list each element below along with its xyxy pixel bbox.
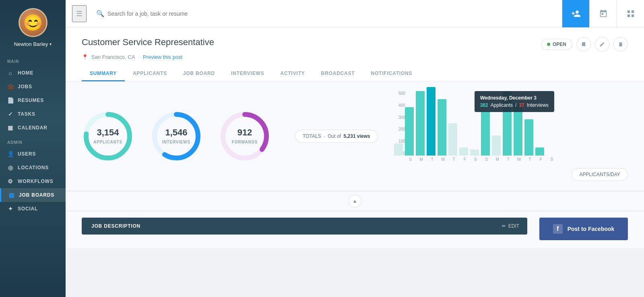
applicants-donut-wrap: 3,154 APPLICANTS <box>82 110 134 162</box>
tab-summary[interactable]: SUMMARY <box>82 66 125 81</box>
chart-bar[interactable] <box>492 135 501 156</box>
x-axis-label: S <box>471 157 480 162</box>
job-title: Customer Service Representative <box>82 37 214 48</box>
chart-bar[interactable] <box>416 91 425 156</box>
edit-description-button[interactable]: ✏ EDIT <box>494 218 527 235</box>
collapse-button[interactable]: ▲ <box>349 195 361 208</box>
x-axis-label: T <box>428 157 437 162</box>
status-badge[interactable]: OPEN <box>541 39 572 50</box>
resumes-icon: 📄 <box>7 97 14 104</box>
grid-icon <box>626 9 635 18</box>
tab-applicants[interactable]: APPLICANTS <box>125 66 175 81</box>
tooltip-interviews: 37 <box>519 102 524 108</box>
sidebar-item-home[interactable]: ⌂ HOME <box>0 66 66 80</box>
forwards-count: 912 <box>232 127 258 138</box>
home-icon: ⌂ <box>7 70 14 76</box>
sidebar: Newton Barley ▾ Main ⌂ HOME 💼 JOBS 📄 RES… <box>0 0 66 297</box>
tab-notifications[interactable]: NOTIFICATIONS <box>363 66 420 81</box>
user-name[interactable]: Newton Barley ▾ <box>14 41 52 47</box>
chart-bar[interactable] <box>405 107 414 156</box>
x-axis-label: T <box>526 157 535 162</box>
sidebar-item-label: CALENDAR <box>18 125 47 131</box>
pencil-edit-icon: ✏ <box>502 223 506 229</box>
sidebar-item-workflows[interactable]: ⚙ WORKFLOWS <box>0 174 66 188</box>
users-icon: 👤 <box>7 151 14 157</box>
chart-bar[interactable] <box>470 150 479 156</box>
delete-button[interactable] <box>613 37 628 52</box>
chart-bar[interactable] <box>524 119 533 156</box>
post-to-facebook-button[interactable]: f Post to Facebook <box>539 218 628 240</box>
chart-bar[interactable] <box>448 123 457 156</box>
sidebar-item-job-boards[interactable]: ▤ JOB BOARDS <box>0 188 66 202</box>
chart-bar[interactable] <box>427 87 436 156</box>
calendar-icon: ▦ <box>7 125 14 131</box>
menu-button[interactable]: ☰ <box>72 5 87 22</box>
tooltip-interviews-label: Interviews <box>527 102 549 108</box>
job-description-tab[interactable]: JOB DESCRIPTION <box>82 218 150 235</box>
sidebar-item-users[interactable]: 👤 USERS <box>0 147 66 161</box>
x-axis-label: M <box>493 157 502 162</box>
tab-interviews[interactable]: INTERVIEWS <box>223 66 272 81</box>
avatar[interactable] <box>19 8 47 37</box>
sidebar-item-locations[interactable]: ◎ LOCATIONS <box>0 161 66 174</box>
x-axis-label: S <box>547 157 556 162</box>
tooltip-date: Wednesday, December 3 <box>480 95 549 101</box>
sidebar-item-tasks[interactable]: ✓ TASKS <box>0 107 66 121</box>
collapse-section: ▲ <box>66 191 644 211</box>
sidebar-item-label: SOCIAL <box>18 206 38 212</box>
admin-section-label: Admin <box>0 135 66 147</box>
x-axis-label: S <box>482 157 491 162</box>
search-bar: 🔍 <box>90 10 562 17</box>
interviews-center: 1,546 INTERVIEWS <box>162 127 190 145</box>
x-axis-label: F <box>537 157 545 162</box>
add-person-icon <box>571 9 581 19</box>
facebook-icon: f <box>553 224 563 234</box>
edit-button[interactable] <box>595 37 609 52</box>
tab-activity[interactable]: ACTIVITY <box>272 66 313 81</box>
chart-bar[interactable] <box>438 99 446 156</box>
sidebar-item-calendar[interactable]: ▦ CALENDAR <box>0 121 66 135</box>
sidebar-item-resumes[interactable]: 📄 RESUMES <box>0 93 66 107</box>
applicants-label: APPLICANTS <box>93 140 122 144</box>
forwards-label: FORWARDS <box>232 140 258 144</box>
meta-separator: · <box>138 54 140 60</box>
x-axis-label: W <box>439 157 448 162</box>
add-person-button[interactable] <box>562 0 589 27</box>
x-axis-label: S <box>406 157 415 162</box>
chart-bar[interactable] <box>394 143 403 156</box>
tooltip-applicants: 382 <box>480 102 488 108</box>
sidebar-item-jobs[interactable]: 💼 JOBS <box>0 80 66 93</box>
totals-badge[interactable]: TOTALS · Out of 5,231 views <box>295 130 378 143</box>
views-prefix: Out of <box>328 133 341 139</box>
status-label: OPEN <box>553 42 566 47</box>
bookmark-button[interactable] <box>576 37 591 52</box>
interviews-label: INTERVIEWS <box>162 140 190 144</box>
search-input[interactable] <box>107 10 555 17</box>
pencil-icon <box>599 42 605 47</box>
job-desc-header: JOB DESCRIPTION ✏ EDIT <box>82 218 527 235</box>
sidebar-item-label: WORKFLOWS <box>18 179 54 184</box>
interviews-count: 1,546 <box>162 127 190 138</box>
job-header: Customer Service Representative OPEN <box>66 27 644 81</box>
sidebar-item-label: LOCATIONS <box>18 165 49 170</box>
sidebar-item-social[interactable]: ✦ SOCIAL <box>0 202 66 216</box>
tab-broadcast[interactable]: BROADCAST <box>313 66 363 81</box>
sidebar-item-label: JOB BOARDS <box>19 192 54 198</box>
calendar-button[interactable] <box>589 0 617 27</box>
totals-area: TOTALS · Out of 5,231 views <box>287 130 378 143</box>
stats-section: 3,154 APPLICANTS 1,546 INTERVIEWS <box>66 81 644 191</box>
x-axis-label: W <box>515 157 524 162</box>
apd-badge[interactable]: APPLICANTS/DAY <box>572 168 628 181</box>
preview-link[interactable]: Preview this post <box>143 54 182 60</box>
job-description-section: JOB DESCRIPTION ✏ EDIT <box>82 218 527 235</box>
tooltip-separator: / <box>515 102 516 108</box>
applicants-count: 3,154 <box>93 127 122 138</box>
tab-job-board[interactable]: JOB BOARD <box>175 66 223 81</box>
grid-button[interactable] <box>617 0 644 27</box>
chart-bar[interactable] <box>535 147 544 156</box>
sidebar-item-label: HOME <box>18 70 33 76</box>
chart-x-axis: SMTWTFSSMTWTFS <box>394 157 628 162</box>
job-title-row: Customer Service Representative OPEN <box>82 37 628 52</box>
chart-bar[interactable] <box>481 111 490 156</box>
chart-bar[interactable] <box>459 147 468 156</box>
